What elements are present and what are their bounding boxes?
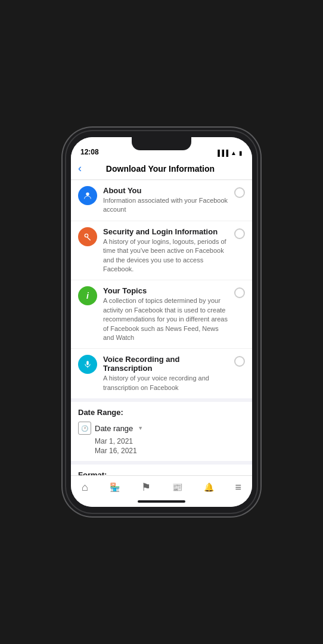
page-title: Download Your Information (86, 164, 234, 174)
tab-notifications[interactable]: 🔔 (200, 482, 218, 492)
security-icon (78, 227, 97, 246)
format-section: Format: ⬇ HTML ▼ (71, 465, 252, 475)
about-you-icon (78, 186, 97, 205)
home-indicator (71, 496, 252, 507)
phone-screen: 12:08 ▐▐▐ ▲ ▮ ‹ Download Your Informatio… (71, 137, 252, 507)
voice-text: Voice Recording and Transcription A hist… (103, 355, 229, 392)
topics-radio[interactable] (234, 287, 245, 298)
tab-bar: ⌂ 🏪 ⚑ 📰 🔔 ≡ (71, 475, 252, 496)
list-item-voice[interactable]: Voice Recording and Transcription A hist… (71, 349, 252, 398)
wifi-icon: ▲ (231, 150, 237, 156)
home-bar (138, 500, 185, 503)
tab-news[interactable]: 📰 (169, 482, 186, 492)
date-range-label: Date Range: (78, 408, 245, 417)
voice-radio[interactable] (234, 356, 245, 367)
about-you-title: About You (103, 186, 229, 195)
security-title: Security and Login Information (103, 227, 229, 236)
status-icons: ▐▐▐ ▲ ▮ (216, 150, 243, 156)
signal-icon: ▐▐▐ (216, 150, 228, 156)
topics-text: Your Topics A collection of topics deter… (103, 286, 229, 342)
content-area: About You Information associated with yo… (71, 180, 252, 475)
tab-home[interactable]: ⌂ (78, 481, 92, 494)
store-icon: 🏪 (110, 482, 120, 492)
svg-point-1 (85, 234, 88, 237)
date-range-arrow: ▼ (138, 425, 143, 431)
svg-rect-2 (86, 361, 89, 365)
news-icon: 📰 (172, 482, 182, 492)
menu-icon: ≡ (235, 481, 241, 494)
svg-point-0 (86, 193, 89, 196)
category-list: About You Information associated with yo… (71, 180, 252, 398)
format-label: Format: (78, 470, 245, 475)
security-text: Security and Login Information A history… (103, 227, 229, 274)
back-button[interactable]: ‹ (78, 162, 82, 175)
notch (132, 137, 191, 150)
voice-icon (78, 355, 97, 374)
battery-icon: ▮ (239, 150, 243, 156)
date-range-value: Date range (95, 424, 133, 433)
tab-store[interactable]: 🏪 (106, 482, 123, 492)
list-item-topics[interactable]: i Your Topics A collection of topics det… (71, 280, 252, 349)
topics-icon: i (78, 286, 97, 305)
list-item-security[interactable]: Security and Login Information A history… (71, 221, 252, 281)
voice-title: Voice Recording and Transcription (103, 355, 229, 373)
topics-desc: A collection of topics determined by you… (103, 296, 229, 342)
status-time: 12:08 (80, 148, 99, 156)
date-end: Mar 16, 2021 (95, 447, 245, 455)
date-range-icon: 🕐 (78, 422, 91, 435)
tab-flag[interactable]: ⚑ (138, 481, 154, 494)
topics-title: Your Topics (103, 286, 229, 295)
notifications-icon: 🔔 (204, 482, 214, 492)
date-range-section: Date Range: 🕐 Date range ▼ Mar 1, 2021 M… (71, 402, 252, 461)
phone-frame: 12:08 ▐▐▐ ▲ ▮ ‹ Download Your Informatio… (66, 131, 257, 513)
about-you-text: About You Information associated with yo… (103, 186, 229, 215)
about-you-radio[interactable] (234, 187, 245, 198)
home-icon: ⌂ (82, 481, 88, 494)
date-start: Mar 1, 2021 (95, 437, 245, 445)
date-range-dropdown[interactable]: 🕐 Date range ▼ (78, 422, 245, 435)
about-you-desc: Information associated with your Faceboo… (103, 196, 229, 215)
nav-header: ‹ Download Your Information (71, 159, 252, 180)
security-radio[interactable] (234, 228, 245, 239)
list-item-about-you[interactable]: About You Information associated with yo… (71, 180, 252, 221)
voice-desc: A history of your voice recording and tr… (103, 374, 229, 392)
tab-menu[interactable]: ≡ (231, 481, 245, 494)
flag-icon: ⚑ (141, 481, 151, 494)
security-desc: A history of your logins, logouts, perio… (103, 237, 229, 274)
